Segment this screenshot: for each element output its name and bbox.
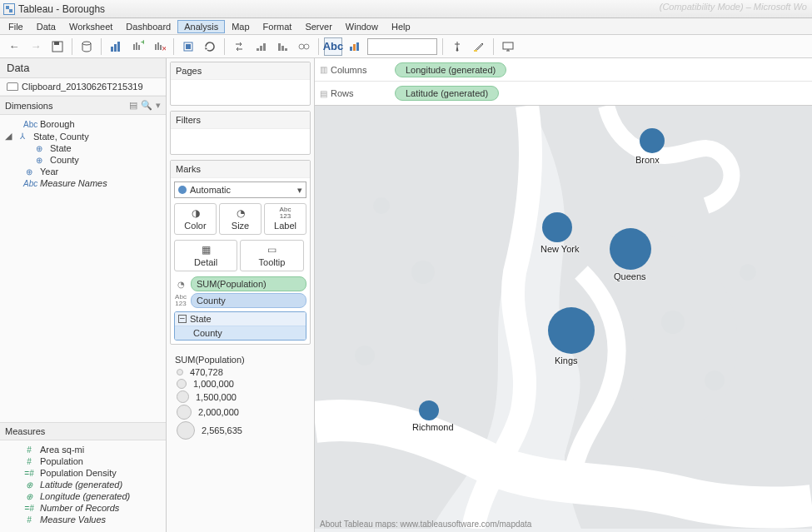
save-button[interactable] (48, 37, 67, 56)
menu-help[interactable]: Help (385, 20, 417, 33)
detail-state-group[interactable]: State County (174, 311, 306, 341)
sort-desc-button[interactable] (273, 37, 291, 56)
rows-pill[interactable]: Latitude (generated) (395, 86, 499, 101)
tooltip-card[interactable]: ▭Tooltip (240, 240, 303, 271)
legend-row: 1,500,000 (172, 390, 309, 404)
label-card[interactable]: Abc123Label (264, 203, 306, 235)
dim-state[interactable]: ⊕ State (0, 142, 166, 154)
size-icon: ◔ (222, 207, 259, 219)
legend-row: 470,728 (172, 366, 309, 378)
size-legend: SUM(Population) 470,728 1,000,000 1,500,… (170, 350, 311, 444)
menu-worksheet[interactable]: Worksheet (62, 20, 119, 33)
caret-expanded-icon[interactable]: ◢ (5, 131, 12, 142)
legend-row: 2,000,000 (172, 404, 309, 420)
fit-selector[interactable] (367, 38, 437, 55)
swap-button[interactable] (230, 37, 248, 56)
back-button[interactable]: ← (5, 37, 23, 56)
meas-popdensity[interactable]: =#Population Density (0, 467, 166, 479)
run-button[interactable] (201, 37, 219, 56)
dim-measure-names[interactable]: Abc Measure Names (0, 177, 166, 189)
svg-point-2 (82, 42, 91, 45)
globe-icon: ⊕ (33, 156, 45, 165)
rows-shelf[interactable]: ▤Rows Latitude (generated) (315, 82, 812, 105)
dim-borough[interactable]: Abc Borough (0, 118, 166, 130)
chevron-down-icon[interactable]: ▾ (156, 100, 161, 111)
search-icon[interactable]: 🔍 (141, 100, 152, 111)
detail-card[interactable]: ▦Detail (174, 240, 237, 271)
shelves-column: Pages Filters Marks Automatic ◑Color ◔Si… (167, 58, 315, 532)
svg-rect-28 (503, 42, 513, 49)
rows-icon: ▤ (320, 89, 327, 98)
presentation-button[interactable] (499, 37, 517, 56)
county-pill[interactable]: County (191, 293, 306, 308)
new-sheet-button[interactable] (107, 37, 125, 56)
size-pill-row[interactable]: ◔ SUM(Population) (174, 276, 306, 291)
forward-button[interactable]: → (27, 37, 45, 56)
meas-population[interactable]: #Population (0, 455, 166, 467)
pin-button[interactable] (448, 37, 466, 56)
calc-icon: =# (23, 504, 35, 513)
menu-server[interactable]: Server (298, 20, 338, 33)
map-mark-richmond[interactable] (419, 400, 439, 420)
datasource-row[interactable]: Clipboard_20130626T215319 (0, 78, 166, 96)
menu-analysis[interactable]: Analysis (177, 20, 225, 33)
mark-type-selector[interactable]: Automatic (174, 181, 306, 198)
state-pill[interactable]: State (190, 314, 212, 324)
show-labels-button[interactable]: Abc (324, 37, 342, 56)
map-mark-kings[interactable] (548, 307, 595, 354)
auto-update-button[interactable] (179, 37, 197, 56)
svg-point-33 (661, 311, 685, 334)
map-mark-new-york[interactable] (542, 212, 572, 242)
tableau-app-icon (3, 3, 15, 15)
svg-point-34 (705, 370, 725, 390)
duplicate-sheet-button[interactable]: + (128, 37, 147, 56)
legend-row: 1,000,000 (172, 378, 309, 390)
map-mark-queens[interactable] (610, 228, 651, 270)
size-card[interactable]: ◔Size (219, 203, 262, 235)
menu-dashboard[interactable]: Dashboard (119, 20, 177, 33)
svg-rect-24 (350, 47, 352, 51)
dim-county[interactable]: ⊕ County (0, 154, 166, 166)
group-button[interactable] (295, 37, 313, 56)
menu-file[interactable]: File (2, 20, 30, 33)
datasource-button[interactable] (77, 37, 96, 56)
svg-rect-3 (111, 47, 113, 52)
columns-shelf[interactable]: ▥Columns Longitude (generated) (315, 58, 812, 82)
meas-area[interactable]: #Area sq-mi (0, 444, 166, 455)
svg-rect-17 (260, 46, 262, 51)
tooltip-icon: ▭ (242, 244, 301, 256)
county-detail-pill[interactable]: County (175, 326, 306, 340)
color-card[interactable]: ◑Color (174, 203, 217, 235)
label-pill-row[interactable]: Abc123 County (174, 293, 306, 308)
sort-asc-button[interactable] (252, 37, 270, 56)
number-icon: # (23, 457, 35, 466)
menu-format[interactable]: Format (257, 20, 299, 33)
menu-data[interactable]: Data (30, 20, 62, 33)
meas-records[interactable]: =#Number of Records (0, 502, 166, 514)
list-view-icon[interactable]: ▤ (129, 100, 137, 111)
map-view[interactable]: BronxNew YorkQueensKingsRichmond About T… (315, 106, 812, 532)
map-mark-bronx[interactable] (640, 128, 665, 153)
sum-population-pill[interactable]: SUM(Population) (191, 276, 306, 291)
menu-window[interactable]: Window (339, 20, 385, 33)
meas-lat[interactable]: ⊕Latitude (generated) (0, 479, 166, 490)
abc-icon: Abc (23, 120, 35, 129)
svg-rect-18 (263, 43, 266, 51)
circle-icon (178, 186, 187, 194)
dim-year[interactable]: ⊕ Year (0, 166, 166, 177)
pages-shelf[interactable]: Pages (170, 62, 311, 106)
dimensions-tools[interactable]: ▤ 🔍 ▾ (129, 100, 161, 111)
meas-values[interactable]: #Measure Values (0, 514, 166, 525)
measures-header: Measures (0, 422, 166, 440)
dim-state-county[interactable]: ◢ ⅄ State, County (0, 130, 166, 142)
menu-map[interactable]: Map (225, 20, 256, 33)
columns-pill[interactable]: Longitude (generated) (395, 62, 506, 77)
svg-point-30 (373, 197, 390, 214)
highlight-button[interactable] (470, 37, 488, 56)
clear-sheet-button[interactable]: × (150, 37, 168, 56)
meas-lon[interactable]: ⊕Longitude (generated) (0, 490, 166, 502)
collapse-icon[interactable] (178, 315, 187, 323)
view-cards-button[interactable] (346, 37, 364, 56)
filters-shelf[interactable]: Filters (170, 111, 311, 155)
abc-icon: Abc123 (174, 294, 187, 307)
